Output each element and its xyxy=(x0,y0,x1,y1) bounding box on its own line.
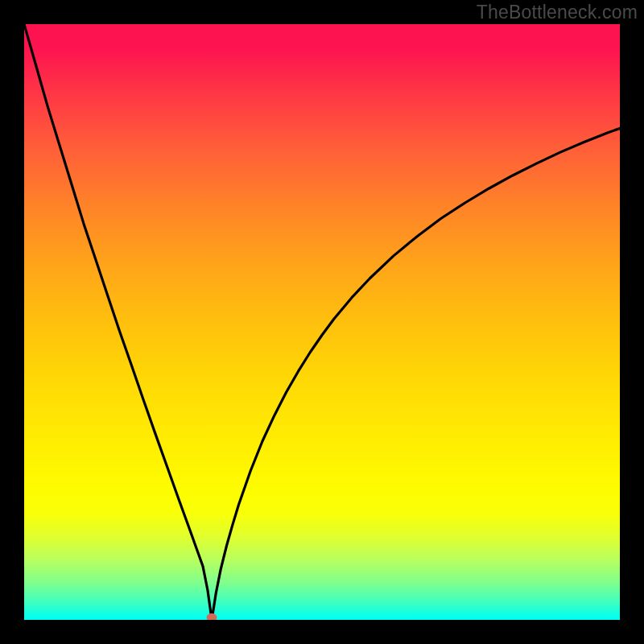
curve-svg xyxy=(24,24,620,620)
watermark-text: TheBottleneck.com xyxy=(477,2,638,23)
optimal-point-marker xyxy=(207,613,217,620)
plot-area xyxy=(24,24,620,620)
bottleneck-curve xyxy=(24,24,620,620)
chart-frame: TheBottleneck.com xyxy=(0,0,644,644)
